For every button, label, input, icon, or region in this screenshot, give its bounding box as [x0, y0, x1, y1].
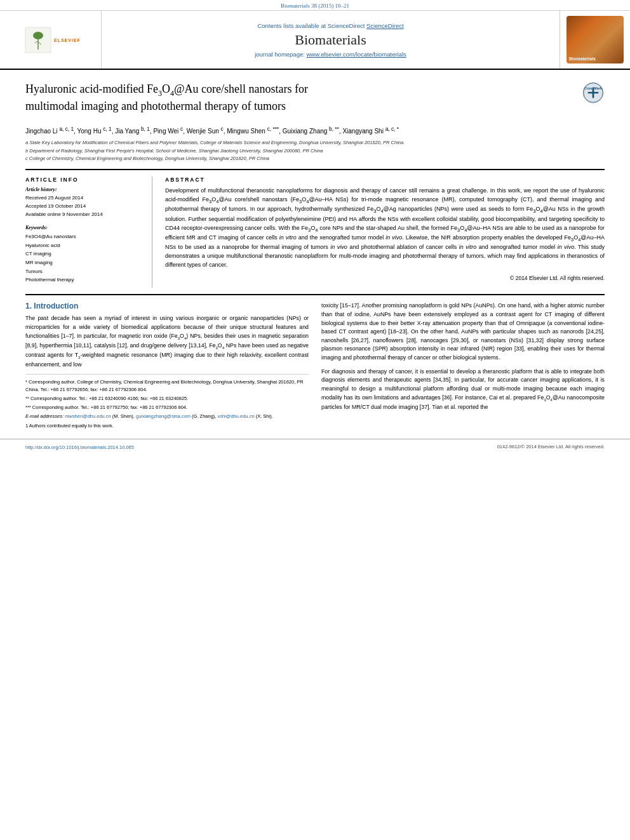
- crossmark-icon: CrossMark: [582, 81, 605, 104]
- keyword-4: MR imaging: [25, 258, 143, 267]
- sciencedirect-text: Contents lists available at ScienceDirec…: [257, 22, 403, 29]
- keywords-label: Keywords:: [25, 225, 143, 230]
- journal-name: Biomaterials: [295, 32, 366, 48]
- affiliation-b: b Department of Radiology, Shanghai Firs…: [25, 148, 605, 155]
- therapy-word: therapy: [438, 253, 457, 259]
- email-link-zhang[interactable]: guixiangzhang@sina.com: [136, 413, 191, 419]
- affiliations: a State Key Laboratory for Modification …: [25, 140, 605, 163]
- journal-header: ELSEVIER Contents lists available at Sci…: [0, 11, 630, 70]
- page: Biomaterials 38 (2015) 10–21 ELSEVIER: [0, 0, 630, 840]
- intro-paragraph-1: The past decade has seen a myriad of int…: [25, 314, 309, 369]
- affiliation-c: c College of Chemistry, Chemical Enginee…: [25, 156, 605, 163]
- doi-link[interactable]: http://dx.doi.org/10.1016/j.biomaterials…: [25, 444, 134, 450]
- article-title: Hyaluronic acid-modified Fe3O4@Au core/s…: [25, 81, 582, 114]
- intro-left-column: 1. Introduction The past decade has seen…: [25, 302, 309, 431]
- authors-line: Jingchao Li a, c, 1, Yong Hu c, 1, Jia Y…: [25, 125, 605, 136]
- copyright-line: © 2014 Elsevier Ltd. All rights reserved…: [165, 275, 605, 281]
- keyword-6: Photothermal therapy: [25, 276, 143, 284]
- footnote-equal-contribution: 1 Authors contributed equally to this wo…: [25, 422, 309, 429]
- footer-right: 0142-9612/© 2014 Elsevier Ltd. All right…: [497, 444, 605, 450]
- elsevier-logo-svg: ELSEVIER: [22, 24, 79, 56]
- article-info-header: ARTICLE INFO: [25, 177, 143, 183]
- publisher-logo-area: ELSEVIER: [0, 11, 102, 69]
- biomaterials-logo: Biomaterials: [566, 16, 624, 63]
- page-footer: http://dx.doi.org/10.1016/j.biomaterials…: [0, 439, 630, 454]
- keyword-3: CT imaging: [25, 250, 143, 258]
- keywords-section: Keywords: Fe3O4@Au nanostars Hyaluronic …: [25, 225, 143, 284]
- journal-logo-right: Biomaterials: [560, 11, 630, 69]
- email-link-shen[interactable]: mwshen@dhu.edu.cn: [65, 413, 111, 419]
- abstract-column: ABSTRACT Development of multifunctional …: [165, 177, 605, 288]
- journal-citation: Biomaterials 38 (2015) 10–21: [281, 3, 349, 9]
- accepted-date: Accepted 19 October 2014: [25, 203, 143, 211]
- affiliation-a: a State Key Laboratory for Modification …: [25, 140, 605, 147]
- journal-title-area: Contents lists available at ScienceDirec…: [102, 11, 560, 69]
- footnote-star2: ** Corresponding author. Tel.: +86 21 63…: [25, 395, 309, 402]
- introduction-title: 1. Introduction: [25, 302, 309, 310]
- keyword-5: Tumors: [25, 267, 143, 276]
- footer-left: http://dx.doi.org/10.1016/j.biomaterials…: [25, 443, 134, 450]
- biomaterials-logo-text: Biomaterials: [569, 57, 596, 61]
- footnote-emails: E-mail addresses: mwshen@dhu.edu.cn (M. …: [25, 413, 309, 420]
- intro-right-column: toxicity [15–17]. Another promising nano…: [321, 302, 605, 431]
- keyword-1: Fe3O4@Au nanostars: [25, 232, 143, 241]
- journal-citation-bar: Biomaterials 38 (2015) 10–21: [0, 0, 630, 11]
- section-divider: [25, 294, 605, 295]
- journal-homepage: journal homepage: www.elsevier.com/locat…: [255, 51, 406, 58]
- footnote-star1: * Corresponding author. College of Chemi…: [25, 378, 309, 393]
- article-info-column: ARTICLE INFO Article history: Received 2…: [25, 177, 152, 288]
- main-content: Hyaluronic acid-modified Fe3O4@Au core/s…: [0, 70, 630, 439]
- introduction-section: 1. Introduction The past decade has seen…: [25, 302, 605, 431]
- footnotes: * Corresponding author. College of Chemi…: [25, 374, 309, 429]
- article-info-abstract-section: ARTICLE INFO Article history: Received 2…: [25, 169, 605, 288]
- svg-text:ELSEVIER: ELSEVIER: [54, 38, 79, 43]
- article-title-section: Hyaluronic acid-modified Fe3O4@Au core/s…: [25, 81, 605, 119]
- svg-point-2: [33, 32, 43, 39]
- abstract-header: ABSTRACT: [165, 177, 605, 183]
- available-date: Available online 9 November 2014: [25, 211, 143, 219]
- intro-right-paragraph-1: toxicity [15–17]. Another promising nano…: [321, 302, 605, 362]
- history-label: Article history:: [25, 187, 143, 192]
- abstract-text: Development of multifunctional theranost…: [165, 187, 605, 270]
- keyword-2: Hyaluronic acid: [25, 241, 143, 250]
- abstract-section: ABSTRACT Development of multifunctional …: [165, 177, 605, 281]
- intro-right-paragraph-2: For diagnosis and therapy of cancer, it …: [321, 368, 605, 412]
- received-date: Received 25 August 2014: [25, 194, 143, 203]
- email-link-shi[interactable]: xshi@dhu.edu.cn: [217, 413, 254, 419]
- homepage-link[interactable]: www.elsevier.com/locate/biomaterials: [307, 51, 406, 58]
- crossmark-badge: CrossMark: [582, 81, 605, 105]
- sciencedirect-link[interactable]: ScienceDirect: [366, 22, 404, 29]
- footnote-star3: *** Corresponding author. Tel.: +86 21 6…: [25, 404, 309, 411]
- elsevier-branding: ELSEVIER: [22, 24, 79, 56]
- article-history: Article history: Received 25 August 2014…: [25, 187, 143, 218]
